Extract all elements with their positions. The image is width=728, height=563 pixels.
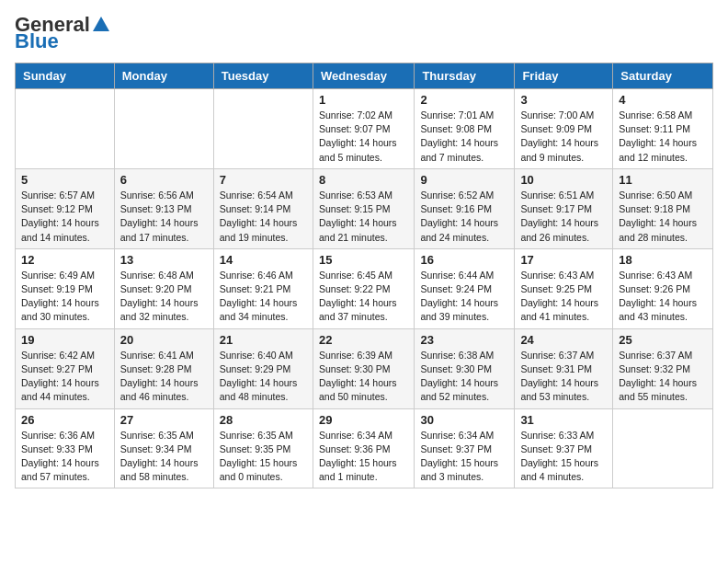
day-info: Sunrise: 6:43 AM Sunset: 9:25 PM Dayligh…	[520, 269, 607, 325]
day-number: 19	[21, 333, 108, 347]
calendar-cell: 8Sunrise: 6:53 AM Sunset: 9:15 PM Daylig…	[313, 168, 414, 248]
weekday-header-thursday: Thursday	[415, 63, 515, 89]
day-number: 5	[21, 173, 108, 187]
day-number: 8	[319, 173, 408, 187]
calendar-cell: 21Sunrise: 6:40 AM Sunset: 9:29 PM Dayli…	[213, 328, 313, 408]
day-number: 2	[420, 93, 508, 107]
logo-blue-text: Blue	[15, 31, 109, 52]
day-info: Sunrise: 6:45 AM Sunset: 9:22 PM Dayligh…	[319, 269, 408, 325]
day-number: 20	[120, 333, 208, 347]
day-number: 29	[319, 413, 408, 427]
calendar-cell: 7Sunrise: 6:54 AM Sunset: 9:14 PM Daylig…	[213, 168, 313, 248]
day-info: Sunrise: 6:54 AM Sunset: 9:14 PM Dayligh…	[220, 189, 307, 245]
week-row-5: 26Sunrise: 6:36 AM Sunset: 9:33 PM Dayli…	[16, 408, 713, 488]
day-number: 9	[420, 173, 508, 187]
day-number: 27	[120, 413, 208, 427]
day-info: Sunrise: 6:37 AM Sunset: 9:31 PM Dayligh…	[520, 349, 607, 405]
day-info: Sunrise: 6:41 AM Sunset: 9:28 PM Dayligh…	[120, 349, 208, 405]
day-info: Sunrise: 6:35 AM Sunset: 9:35 PM Dayligh…	[220, 429, 307, 485]
calendar-cell: 16Sunrise: 6:44 AM Sunset: 9:24 PM Dayli…	[415, 248, 515, 328]
day-number: 17	[520, 253, 607, 267]
calendar-cell	[114, 89, 213, 169]
day-info: Sunrise: 6:49 AM Sunset: 9:19 PM Dayligh…	[21, 269, 108, 325]
weekday-header-sunday: Sunday	[16, 63, 115, 89]
weekday-header-saturday: Saturday	[613, 63, 713, 89]
logo: General Blue	[15, 15, 109, 52]
day-number: 26	[21, 413, 108, 427]
day-number: 21	[220, 333, 307, 347]
calendar-cell: 4Sunrise: 6:58 AM Sunset: 9:11 PM Daylig…	[613, 89, 713, 169]
day-number: 4	[619, 93, 707, 107]
calendar-cell: 5Sunrise: 6:57 AM Sunset: 9:12 PM Daylig…	[16, 168, 115, 248]
day-info: Sunrise: 6:46 AM Sunset: 9:21 PM Dayligh…	[220, 269, 307, 325]
calendar-cell: 29Sunrise: 6:34 AM Sunset: 9:36 PM Dayli…	[313, 408, 414, 488]
day-info: Sunrise: 6:34 AM Sunset: 9:36 PM Dayligh…	[319, 429, 408, 485]
calendar-cell: 25Sunrise: 6:37 AM Sunset: 9:32 PM Dayli…	[613, 328, 713, 408]
day-info: Sunrise: 6:38 AM Sunset: 9:30 PM Dayligh…	[420, 349, 508, 405]
calendar-cell: 19Sunrise: 6:42 AM Sunset: 9:27 PM Dayli…	[16, 328, 115, 408]
day-number: 7	[220, 173, 307, 187]
day-number: 24	[520, 333, 607, 347]
calendar-cell: 15Sunrise: 6:45 AM Sunset: 9:22 PM Dayli…	[313, 248, 414, 328]
week-row-3: 12Sunrise: 6:49 AM Sunset: 9:19 PM Dayli…	[16, 248, 713, 328]
calendar-table: SundayMondayTuesdayWednesdayThursdayFrid…	[15, 63, 713, 488]
day-info: Sunrise: 6:50 AM Sunset: 9:18 PM Dayligh…	[619, 189, 707, 245]
day-info: Sunrise: 7:00 AM Sunset: 9:09 PM Dayligh…	[520, 109, 607, 165]
week-row-1: 1Sunrise: 7:02 AM Sunset: 9:07 PM Daylig…	[16, 89, 713, 169]
day-number: 12	[21, 253, 108, 267]
day-info: Sunrise: 6:42 AM Sunset: 9:27 PM Dayligh…	[21, 349, 108, 405]
day-info: Sunrise: 6:57 AM Sunset: 9:12 PM Dayligh…	[21, 189, 108, 245]
day-info: Sunrise: 6:52 AM Sunset: 9:16 PM Dayligh…	[420, 189, 508, 245]
calendar-cell: 18Sunrise: 6:43 AM Sunset: 9:26 PM Dayli…	[613, 248, 713, 328]
weekday-header-monday: Monday	[114, 63, 213, 89]
calendar-cell	[613, 408, 713, 488]
calendar-cell: 24Sunrise: 6:37 AM Sunset: 9:31 PM Dayli…	[515, 328, 613, 408]
calendar-cell: 12Sunrise: 6:49 AM Sunset: 9:19 PM Dayli…	[16, 248, 115, 328]
day-number: 1	[319, 93, 408, 107]
weekday-header-friday: Friday	[515, 63, 613, 89]
day-info: Sunrise: 7:02 AM Sunset: 9:07 PM Dayligh…	[319, 109, 408, 165]
day-info: Sunrise: 6:44 AM Sunset: 9:24 PM Dayligh…	[420, 269, 508, 325]
day-number: 10	[520, 173, 607, 187]
day-number: 3	[520, 93, 607, 107]
day-info: Sunrise: 6:37 AM Sunset: 9:32 PM Dayligh…	[619, 349, 707, 405]
calendar-cell: 27Sunrise: 6:35 AM Sunset: 9:34 PM Dayli…	[114, 408, 213, 488]
week-row-2: 5Sunrise: 6:57 AM Sunset: 9:12 PM Daylig…	[16, 168, 713, 248]
day-number: 23	[420, 333, 508, 347]
day-number: 18	[619, 253, 707, 267]
day-number: 25	[619, 333, 707, 347]
day-info: Sunrise: 6:34 AM Sunset: 9:37 PM Dayligh…	[420, 429, 508, 485]
day-info: Sunrise: 6:35 AM Sunset: 9:34 PM Dayligh…	[120, 429, 208, 485]
weekday-header-wednesday: Wednesday	[313, 63, 414, 89]
day-info: Sunrise: 7:01 AM Sunset: 9:08 PM Dayligh…	[420, 109, 508, 165]
calendar-cell: 26Sunrise: 6:36 AM Sunset: 9:33 PM Dayli…	[16, 408, 115, 488]
day-info: Sunrise: 6:53 AM Sunset: 9:15 PM Dayligh…	[319, 189, 408, 245]
day-number: 22	[319, 333, 408, 347]
calendar-cell: 14Sunrise: 6:46 AM Sunset: 9:21 PM Dayli…	[213, 248, 313, 328]
calendar-cell: 10Sunrise: 6:51 AM Sunset: 9:17 PM Dayli…	[515, 168, 613, 248]
calendar-cell: 2Sunrise: 7:01 AM Sunset: 9:08 PM Daylig…	[415, 89, 515, 169]
calendar-cell: 22Sunrise: 6:39 AM Sunset: 9:30 PM Dayli…	[313, 328, 414, 408]
day-info: Sunrise: 6:58 AM Sunset: 9:11 PM Dayligh…	[619, 109, 707, 165]
day-number: 31	[520, 413, 607, 427]
day-info: Sunrise: 6:33 AM Sunset: 9:37 PM Dayligh…	[520, 429, 607, 485]
calendar-cell: 11Sunrise: 6:50 AM Sunset: 9:18 PM Dayli…	[613, 168, 713, 248]
day-info: Sunrise: 6:56 AM Sunset: 9:13 PM Dayligh…	[120, 189, 208, 245]
day-info: Sunrise: 6:48 AM Sunset: 9:20 PM Dayligh…	[120, 269, 208, 325]
day-number: 11	[619, 173, 707, 187]
calendar-cell: 13Sunrise: 6:48 AM Sunset: 9:20 PM Dayli…	[114, 248, 213, 328]
calendar-cell: 3Sunrise: 7:00 AM Sunset: 9:09 PM Daylig…	[515, 89, 613, 169]
calendar-cell: 1Sunrise: 7:02 AM Sunset: 9:07 PM Daylig…	[313, 89, 414, 169]
day-number: 6	[120, 173, 208, 187]
calendar-cell: 23Sunrise: 6:38 AM Sunset: 9:30 PM Dayli…	[415, 328, 515, 408]
day-number: 30	[420, 413, 508, 427]
calendar-cell: 31Sunrise: 6:33 AM Sunset: 9:37 PM Dayli…	[515, 408, 613, 488]
logo-triangle-icon	[93, 17, 109, 31]
calendar-cell: 28Sunrise: 6:35 AM Sunset: 9:35 PM Dayli…	[213, 408, 313, 488]
day-info: Sunrise: 6:36 AM Sunset: 9:33 PM Dayligh…	[21, 429, 108, 485]
calendar-cell: 6Sunrise: 6:56 AM Sunset: 9:13 PM Daylig…	[114, 168, 213, 248]
day-info: Sunrise: 6:51 AM Sunset: 9:17 PM Dayligh…	[520, 189, 607, 245]
weekday-header-row: SundayMondayTuesdayWednesdayThursdayFrid…	[16, 63, 713, 89]
calendar-cell: 17Sunrise: 6:43 AM Sunset: 9:25 PM Dayli…	[515, 248, 613, 328]
week-row-4: 19Sunrise: 6:42 AM Sunset: 9:27 PM Dayli…	[16, 328, 713, 408]
